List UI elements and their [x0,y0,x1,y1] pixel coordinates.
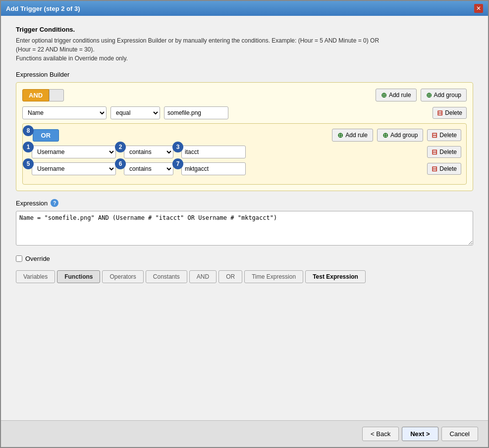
group-rule-2-value-input[interactable] [181,162,246,175]
top-rule-value-input[interactable] [164,106,228,119]
header-actions: ⊕ Add rule ⊕ Add group [376,89,467,101]
operators-button[interactable]: Operators [102,270,143,283]
top-rule-operator-select[interactable]: equal contains not equal [110,106,160,119]
expression-label-row: Expression ? [16,199,473,207]
toolbar-row: Variables Functions Operators Constants … [16,270,473,283]
group-rule-2-field-select[interactable]: Username Name [32,162,116,175]
group-add-rule-button[interactable]: ⊕ Add rule [332,129,373,142]
group-delete-button[interactable]: ⊟ Delete [427,129,461,141]
or-toggle-button[interactable] [49,89,64,101]
rule1-val-wrapper: 3 [177,146,246,158]
group-rule-1-row: 1 Username Name Hour 2 contains equal [28,146,461,158]
expression-area: Expression ? Name = "somefile.png" AND (… [16,199,473,247]
add-trigger-dialog: Add Trigger (step 2 of 3) ✕ Trigger Cond… [0,0,489,448]
group-or-wrapper: 8 OR [28,129,59,142]
group-add-group-icon: ⊕ [382,131,388,139]
expression-help-icon[interactable]: ? [51,199,58,207]
rule2-delete-label: Delete [439,165,457,172]
group-add-group-button[interactable]: ⊕ Add group [377,129,423,142]
time-expression-button[interactable]: Time Expression [244,270,303,283]
add-rule-plus-icon: ⊕ [381,91,387,99]
group-rule-2-delete-button[interactable]: ⊟ Delete [427,163,461,175]
badge-2: 2 [115,142,126,152]
top-rule-delete-button[interactable]: ⊟ Delete [433,107,467,119]
rule1-delete-label: Delete [439,149,457,155]
close-button[interactable]: ✕ [474,4,483,13]
rule1-op-wrapper: 2 contains equal [120,146,173,158]
group-rule-1-op-select[interactable]: contains equal [124,146,173,158]
add-group-plus-icon: ⊕ [426,91,432,99]
top-add-group-label: Add group [434,92,461,99]
rule2-op-wrapper: 6 contains equal [120,162,173,175]
group-actions: ⊕ Add rule ⊕ Add group ⊟ Delete [332,129,461,142]
group-delete-label: Delete [439,132,457,139]
trigger-conditions-title: Trigger Conditions. [16,26,473,33]
title-bar: Add Trigger (step 2 of 3) ✕ [1,1,488,16]
group-header: 8 OR ⊕ Add rule ⊕ Add group ⊟ [28,129,461,142]
trigger-conditions-section: Trigger Conditions. Enter optional trigg… [16,26,473,63]
group-rule-1-field-select[interactable]: Username Name Hour [32,146,116,158]
cancel-button[interactable]: Cancel [441,427,478,441]
group-rule-1-value-input[interactable] [181,146,246,158]
badge-7: 7 [172,158,183,169]
top-add-group-button[interactable]: ⊕ Add group [421,89,467,101]
builder-header: AND ⊕ Add rule ⊕ Add group [22,89,467,101]
constants-button[interactable]: Constants [146,270,187,283]
rule2-field-wrapper: 5 Username Name [28,162,116,175]
group-rule-1-delete-button[interactable]: ⊟ Delete [427,146,461,158]
variables-button[interactable]: Variables [16,270,55,283]
group-add-rule-label: Add rule [345,132,368,139]
functions-button[interactable]: Functions [57,270,100,283]
group-rule-2-row: 5 Username Name 6 contains equal [28,162,461,175]
trigger-conditions-description: Enter optional trigger conditions using … [16,36,473,63]
top-delete-label: Delete [445,109,462,116]
next-button[interactable]: Next > [402,427,438,441]
or-toolbar-button[interactable]: OR [218,270,242,283]
rule2-delete-icon: ⊟ [432,165,437,173]
badge-6: 6 [115,158,126,169]
dialog-title: Add Trigger (step 2 of 3) [6,5,80,12]
expression-builder-box: AND ⊕ Add rule ⊕ Add group N [16,82,473,191]
rule2-val-wrapper: 7 [177,162,246,175]
expression-builder-label-row: Expression Builder [16,71,473,78]
group-add-rule-icon: ⊕ [337,131,343,139]
and-button[interactable]: AND [22,89,49,101]
and-or-toggle: AND [22,89,64,101]
expression-builder-label: Expression Builder [16,71,69,78]
rule1-delete-icon: ⊟ [432,148,437,156]
override-row: Override [16,255,473,262]
footer: < Back Next > Cancel [1,420,488,447]
top-rule-field-select[interactable]: Name Username Hour Minute [22,106,107,119]
top-delete-icon: ⊟ [437,109,443,117]
badge-3: 3 [172,142,183,152]
override-label: Override [25,255,50,262]
top-add-rule-label: Add rule [389,92,411,99]
and-toolbar-button[interactable]: AND [189,270,217,283]
group-delete-icon: ⊟ [432,131,437,139]
back-button[interactable]: < Back [362,427,399,441]
group-box: 8 OR ⊕ Add rule ⊕ Add group ⊟ [22,123,467,185]
top-add-rule-button[interactable]: ⊕ Add rule [376,89,417,101]
group-rule-2-op-select[interactable]: contains equal [124,162,173,175]
group-or-button[interactable]: OR [33,129,59,142]
override-checkbox[interactable] [16,255,22,262]
badge-1: 1 [23,142,34,152]
badge-5: 5 [23,158,34,169]
group-add-group-label: Add group [390,132,418,139]
group-badge: 8 [23,125,34,136]
expression-textarea[interactable]: Name = "somefile.png" AND (Username # "i… [16,211,473,246]
top-rule-row: Name Username Hour Minute equal contains… [22,106,467,119]
test-expression-button[interactable]: Test Expression [305,270,366,283]
expression-label: Expression [16,199,48,207]
rule1-field-wrapper: 1 Username Name Hour [28,146,116,158]
dialog-content: Trigger Conditions. Enter optional trigg… [1,16,488,420]
